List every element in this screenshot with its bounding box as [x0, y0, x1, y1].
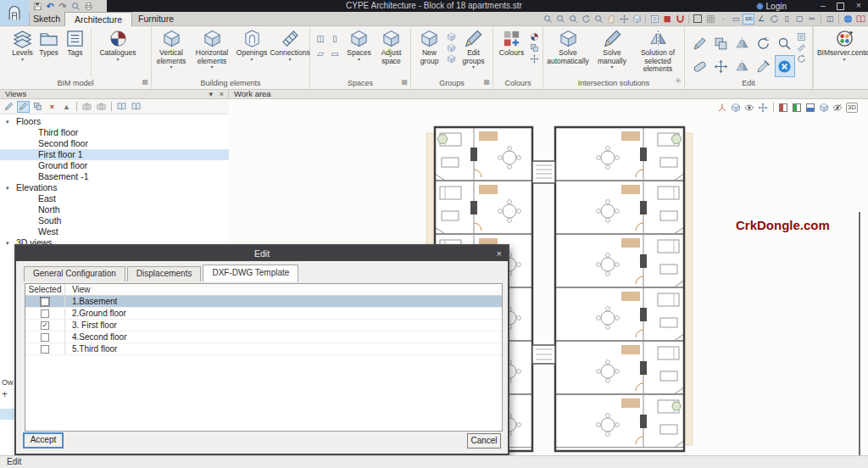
dxf-layers-icon[interactable]: ▦ — [661, 14, 673, 25]
panel-red-icon[interactable] — [778, 102, 789, 113]
tags-button[interactable]: Tags — [62, 29, 88, 58]
checkbox[interactable] — [41, 309, 49, 318]
tree-section-elevations[interactable]: ▾Elevations — [0, 182, 229, 193]
hatch-edit-icon[interactable] — [797, 43, 806, 53]
tab-general-configuration[interactable]: General Configuration — [24, 266, 125, 281]
paint-icon[interactable] — [530, 32, 539, 42]
solution-selected-button[interactable]: Solution of selected elements — [632, 29, 683, 74]
tree-section-floors[interactable]: ▾Floors — [0, 116, 229, 127]
space-dashed-icon[interactable]: ▭ — [329, 47, 342, 60]
axes-icon[interactable] — [717, 102, 728, 113]
levels-button[interactable]: Levels▾ — [9, 29, 36, 62]
zoom-all-icon[interactable] — [554, 14, 566, 25]
edit-view-icon[interactable] — [3, 101, 15, 113]
new-group-button[interactable]: New group — [415, 29, 445, 65]
maximize-button[interactable] — [832, 0, 848, 12]
library-book-icon[interactable] — [130, 101, 142, 113]
checkbox[interactable] — [41, 345, 49, 354]
measure-zoom-icon[interactable] — [775, 32, 795, 54]
tree-item-basement[interactable]: Basement -1 — [0, 171, 229, 182]
help-book-icon[interactable] — [854, 14, 866, 25]
web-globe-icon[interactable] — [842, 14, 854, 25]
snapshot-icon[interactable] — [95, 101, 108, 113]
redo-button[interactable]: ↷ — [58, 1, 68, 11]
tab-displacements[interactable]: Displacements — [127, 266, 202, 281]
move-icon[interactable] — [711, 55, 732, 77]
connections-button[interactable]: Connections▾ — [270, 29, 309, 62]
comment-icon[interactable]: ▢ — [793, 14, 805, 25]
tree-item-third-floor[interactable]: Third floor — [0, 127, 229, 138]
edit-groups-button[interactable]: Edit groups▾ — [458, 29, 490, 70]
openings-button[interactable]: Openings▾ — [233, 29, 270, 62]
redraw-icon[interactable] — [580, 14, 592, 25]
checkbox-checked[interactable]: ✓ — [41, 321, 49, 330]
zoom-window-icon[interactable] — [593, 14, 604, 25]
dimension-text-icon[interactable] — [797, 32, 806, 42]
group-add-icon[interactable] — [447, 43, 456, 53]
zoom-out-icon[interactable] — [567, 14, 579, 25]
lower-panel-selected-row[interactable] — [0, 409, 14, 420]
bimserver-button[interactable]: BIMserver.center▾ — [815, 29, 868, 62]
dialog-close-icon[interactable]: × — [497, 246, 502, 261]
pan-icon[interactable] — [605, 14, 617, 25]
space-column-icon[interactable]: ▯ — [329, 31, 342, 45]
accept-button[interactable]: Accept — [23, 432, 64, 448]
dialog-launcher-icon[interactable]: ▦ — [401, 77, 408, 87]
tree-item-first-floor[interactable]: First floor 1 — [0, 149, 229, 160]
tree-item-ground-floor[interactable]: Ground floor — [0, 160, 229, 171]
table-row[interactable]: 4.Second floor — [25, 332, 502, 343]
minimize-button[interactable]: – — [815, 0, 831, 12]
tab-sketch[interactable]: Sketch — [24, 12, 70, 25]
undo-button[interactable]: ↶ — [45, 1, 55, 11]
app-logo[interactable] — [0, 0, 30, 25]
save-button[interactable] — [32, 1, 42, 11]
orbit-eye-icon[interactable] — [744, 102, 755, 113]
solve-manually-button[interactable]: Solve manually▾ — [592, 29, 632, 70]
table-row[interactable]: ✓ 3. First floor — [25, 320, 502, 332]
add-item-button[interactable]: + — [2, 388, 8, 400]
reference-book-icon[interactable] — [115, 101, 128, 113]
split-window-icon[interactable]: ◫ — [824, 14, 836, 25]
spaces-button[interactable]: Spaces▾ — [344, 29, 375, 62]
texture-icon[interactable] — [648, 14, 660, 25]
tab-furniture[interactable]: Furniture — [129, 12, 183, 25]
catalogues-button[interactable]: Catalogues▾ — [94, 29, 142, 62]
close-panel-icon[interactable]: × — [220, 89, 224, 99]
tree-item-west[interactable]: West — [0, 226, 229, 237]
cancel-operation-icon[interactable] — [775, 55, 795, 77]
checkbox[interactable] — [41, 298, 49, 306]
gizmo-icon[interactable] — [758, 102, 769, 113]
solve-automatically-button[interactable]: Solve automatically — [544, 29, 592, 65]
mirror-copy-icon[interactable] — [732, 55, 753, 77]
zoom-button[interactable] — [70, 1, 81, 11]
dialog-titlebar[interactable]: Edit × — [16, 246, 508, 261]
table-row[interactable]: 5.Third floor — [25, 343, 502, 355]
types-button[interactable]: Types — [36, 29, 62, 58]
settings-gear-icon[interactable] — [675, 77, 682, 84]
duplicate-view-icon[interactable] — [31, 101, 44, 113]
tab-architecture[interactable]: Architecture — [64, 12, 132, 26]
panel-green-icon[interactable] — [792, 102, 803, 113]
symmetry-icon[interactable] — [732, 32, 753, 54]
table-row[interactable]: 2.Ground floor — [25, 308, 502, 320]
collapse-panel-icon[interactable]: ▾ — [209, 89, 213, 99]
snap-magnet-icon[interactable] — [674, 14, 686, 25]
cancel-button[interactable]: Cancel — [467, 433, 501, 448]
adjust-space-button[interactable]: Adjust space — [375, 29, 409, 65]
edit-pencil-icon[interactable] — [690, 32, 710, 54]
close-button[interactable]: × — [851, 0, 866, 12]
group-star-icon[interactable] — [447, 32, 456, 42]
export-view-icon[interactable] — [631, 14, 643, 25]
delete-eraser-icon[interactable] — [690, 55, 710, 77]
copy-icon[interactable] — [711, 32, 732, 54]
protractor-icon[interactable]: ∠ — [755, 14, 767, 25]
angle-icon[interactable] — [797, 54, 806, 64]
dimension-bar-icon[interactable]: ▭ — [730, 14, 742, 25]
current-view-icon[interactable] — [17, 101, 30, 113]
print-button[interactable] — [83, 1, 93, 11]
table-row[interactable]: 1.Basement — [25, 296, 502, 308]
dialog-launcher-icon[interactable]: ▦ — [483, 77, 490, 87]
camera-icon[interactable] — [81, 101, 93, 113]
tree-item-south[interactable]: South — [0, 215, 229, 226]
checkbox[interactable] — [41, 333, 49, 342]
